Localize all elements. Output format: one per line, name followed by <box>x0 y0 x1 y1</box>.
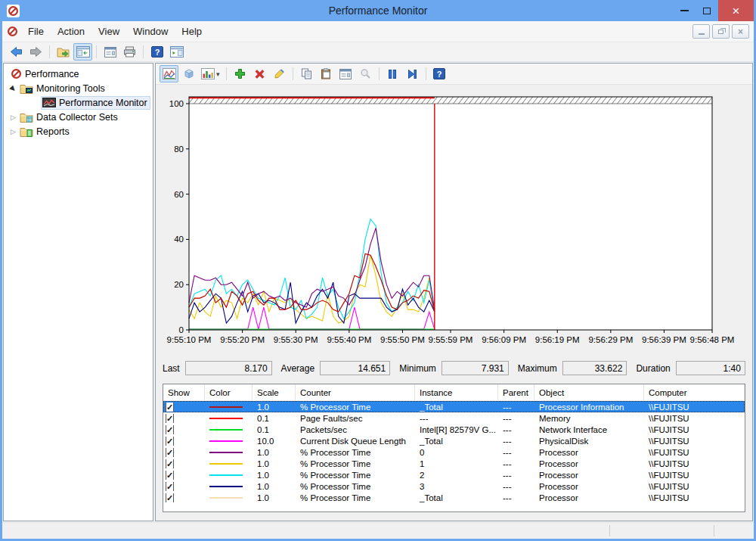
cell-scale: 1.0 <box>253 471 296 480</box>
menu-item-help[interactable]: Help <box>175 23 209 40</box>
stat-label: Minimum <box>399 363 436 374</box>
tree-expander-collapsed-icon[interactable]: ▷ <box>8 113 18 121</box>
properties-icon <box>104 47 116 58</box>
view-current-activity-button[interactable] <box>160 65 178 82</box>
cell-scale: 1.0 <box>253 448 296 457</box>
update-data-button[interactable] <box>403 65 422 82</box>
show-checkbox[interactable]: ✓ <box>166 414 174 423</box>
show-checkbox[interactable]: ✓ <box>166 471 174 480</box>
highlight-button[interactable] <box>270 65 289 82</box>
svg-text:9:55:20 PM: 9:55:20 PM <box>220 335 265 344</box>
cell-computer: \\FUJITSU <box>644 437 745 446</box>
toolbar-separator <box>49 45 50 58</box>
copy-properties-button[interactable] <box>297 65 316 82</box>
tree-item-data-collector-sets[interactable]: ▷Data Collector Sets <box>4 110 153 124</box>
column-header-color[interactable]: Color <box>205 384 253 400</box>
show-checkbox[interactable]: ✓ <box>166 448 174 457</box>
menu-bar: FileActionViewWindowHelp × <box>2 21 754 42</box>
maximize-button[interactable] <box>696 0 718 21</box>
mdi-close-button[interactable]: × <box>732 24 749 39</box>
column-header-scale[interactable]: Scale <box>253 384 296 400</box>
cell-computer: \\FUJITSU <box>644 482 745 491</box>
properties-button[interactable] <box>101 43 119 61</box>
counter-row[interactable]: ✓0.1Page Faults/sec------Memory\\FUJITSU <box>163 412 745 424</box>
menu-item-action[interactable]: Action <box>51 23 91 40</box>
cell-counter: % Processor Time <box>296 403 415 412</box>
zoom-button[interactable] <box>356 65 375 82</box>
tree-item-performance[interactable]: Performance <box>4 67 153 81</box>
counter-row[interactable]: ✓1.0% Processor Time0---Processor\\FUJIT… <box>163 446 745 458</box>
color-swatch <box>209 463 243 465</box>
counter-row[interactable]: ✓10.0Current Disk Queue Length_Total---P… <box>163 435 745 446</box>
export-list-button[interactable] <box>54 43 73 61</box>
counter-row[interactable]: ✓1.0% Processor Time2---Processor\\FUJIT… <box>163 469 745 480</box>
counter-row[interactable]: ✓0.1Packets/secIntel[R] 82579V G...---Ne… <box>163 424 745 435</box>
show-checkbox[interactable]: ✓ <box>166 493 174 502</box>
toolbar-separator <box>143 45 144 58</box>
performance-monitor-pane: ▾? 0204060801009:55:10 PM9:55:20 PM9:55:… <box>155 63 753 521</box>
mdi-minimize-button[interactable] <box>692 24 710 39</box>
svg-text:9:56:19 PM: 9:56:19 PM <box>535 335 580 344</box>
menu-item-window[interactable]: Window <box>126 23 175 40</box>
color-swatch <box>209 486 243 487</box>
tree-item-performance-monitor[interactable]: Performance Monitor <box>4 95 153 110</box>
column-header-parent[interactable]: Parent <box>498 384 534 400</box>
mdi-restore-icon <box>718 30 723 34</box>
show-hide-action-pane-button[interactable] <box>167 43 186 61</box>
paste-counter-list-button[interactable] <box>317 65 336 82</box>
column-header-instance[interactable]: Instance <box>415 384 498 400</box>
show-checkbox[interactable]: ✓ <box>166 437 174 446</box>
stat-maximum: Maximum33.622 <box>518 361 627 375</box>
tree-expander-collapsed-icon[interactable]: ▷ <box>8 128 18 135</box>
column-header-show[interactable]: Show <box>163 384 205 400</box>
help-button[interactable]: ? <box>430 65 449 82</box>
show-checkbox[interactable]: ✓ <box>166 482 174 491</box>
copy-properties-icon <box>301 68 312 79</box>
properties-button[interactable] <box>336 65 355 82</box>
toolbar-separator <box>426 67 426 80</box>
tree-item-reports[interactable]: ▷Reports <box>4 124 153 138</box>
menu-item-file[interactable]: File <box>21 23 51 40</box>
mdi-restore-button[interactable] <box>712 24 730 39</box>
minimize-button[interactable] <box>673 0 696 21</box>
close-button[interactable]: × <box>718 0 754 21</box>
change-graph-type-button[interactable]: ▾ <box>199 65 222 82</box>
app-icon <box>7 5 20 17</box>
back-button[interactable] <box>7 43 26 61</box>
print-button[interactable] <box>120 43 139 61</box>
counter-row[interactable]: ✓1.0% Processor Time_Total---Processor\\… <box>163 492 745 503</box>
stat-minimum: Minimum7.931 <box>399 361 509 375</box>
stat-last: Last8.170 <box>163 361 272 375</box>
paste-counter-list-icon <box>321 68 332 79</box>
counter-row[interactable]: ✓1.0% Processor Time_Total---Processor I… <box>163 401 745 412</box>
export-list-icon <box>57 46 70 58</box>
freeze-display-button[interactable] <box>383 65 402 82</box>
counter-row[interactable]: ✓1.0% Processor Time1---Processor\\FUJIT… <box>163 458 745 469</box>
show-checkbox[interactable]: ✓ <box>166 403 174 412</box>
statusbar-separator <box>714 525 714 536</box>
delete-counter-button[interactable] <box>250 65 269 82</box>
column-header-object[interactable]: Object <box>534 384 644 400</box>
color-swatch <box>209 497 243 499</box>
column-header-computer[interactable]: Computer <box>644 384 745 400</box>
view-log-data-button[interactable] <box>179 65 198 82</box>
add-counter-icon <box>234 68 246 79</box>
add-counter-button[interactable] <box>231 65 249 82</box>
tree-item-monitoring-tools[interactable]: ▶Monitoring Tools <box>4 81 153 95</box>
column-header-counter[interactable]: Counter <box>296 384 415 400</box>
cell-instance: Intel[R] 82579V G... <box>415 425 498 434</box>
folderTools-icon <box>20 83 33 94</box>
cell-parent: --- <box>498 448 534 457</box>
show-checkbox[interactable]: ✓ <box>166 459 174 468</box>
show-hide-console-tree-button[interactable] <box>73 43 92 61</box>
menu-item-view[interactable]: View <box>91 23 126 40</box>
forward-button[interactable] <box>26 43 45 61</box>
chevron-down-icon: ▾ <box>216 70 220 78</box>
show-checkbox[interactable]: ✓ <box>166 425 174 434</box>
help-button[interactable]: ? <box>147 43 166 61</box>
stat-last-value: 8.170 <box>185 361 272 375</box>
counter-row[interactable]: ✓1.0% Processor Time3---Processor\\FUJIT… <box>163 480 745 492</box>
cell-instance: 3 <box>415 482 498 491</box>
cell-instance: 0 <box>415 448 498 457</box>
perfmon-icon <box>11 68 22 79</box>
